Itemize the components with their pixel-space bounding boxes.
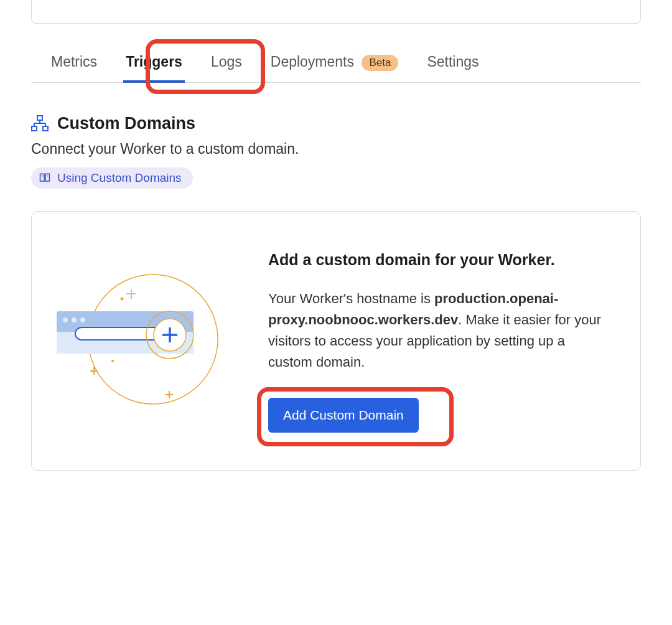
svg-point-22: [63, 317, 68, 322]
add-custom-domain-button[interactable]: Add Custom Domain: [268, 398, 419, 433]
svg-point-24: [80, 317, 85, 322]
svg-rect-0: [37, 116, 42, 120]
card-title: Add a custom domain for your Worker.: [268, 249, 609, 271]
svg-rect-8: [45, 174, 50, 181]
tab-metrics[interactable]: Metrics: [49, 42, 100, 82]
custom-domains-section: Custom Domains Connect your Worker to a …: [31, 114, 641, 471]
tab-logs[interactable]: Logs: [208, 42, 245, 82]
svg-rect-1: [32, 126, 37, 131]
svg-point-18: [121, 297, 124, 300]
add-domain-card: Add a custom domain for your Worker. You…: [31, 211, 641, 471]
svg-rect-7: [40, 174, 45, 181]
svg-point-19: [111, 360, 114, 362]
domain-illustration: [57, 268, 237, 411]
section-description: Connect your Worker to a custom domain.: [31, 141, 641, 157]
tab-deployments[interactable]: Deployments Beta: [268, 42, 401, 82]
book-icon: [39, 172, 51, 184]
help-link-label: Using Custom Domains: [57, 171, 182, 185]
network-icon: [31, 115, 49, 131]
top-truncated-panel: [31, 0, 641, 24]
svg-point-23: [72, 317, 77, 322]
using-custom-domains-link[interactable]: Using Custom Domains: [31, 167, 193, 189]
tab-triggers[interactable]: Triggers: [123, 42, 185, 82]
tab-deployments-label: Deployments: [271, 54, 354, 70]
card-body-prefix: Your Worker's hostname is: [268, 291, 434, 306]
tab-settings[interactable]: Settings: [424, 42, 481, 82]
tabs-bar: Metrics Triggers Logs Deployments Beta S…: [31, 42, 641, 83]
section-header: Custom Domains: [31, 114, 641, 133]
card-content: Add a custom domain for your Worker. You…: [268, 249, 609, 433]
beta-badge: Beta: [362, 55, 398, 71]
section-title: Custom Domains: [57, 114, 195, 133]
svg-rect-2: [43, 126, 48, 131]
button-wrapper: Add Custom Domain: [268, 398, 419, 433]
card-body: Your Worker's hostname is production.ope…: [268, 288, 609, 373]
